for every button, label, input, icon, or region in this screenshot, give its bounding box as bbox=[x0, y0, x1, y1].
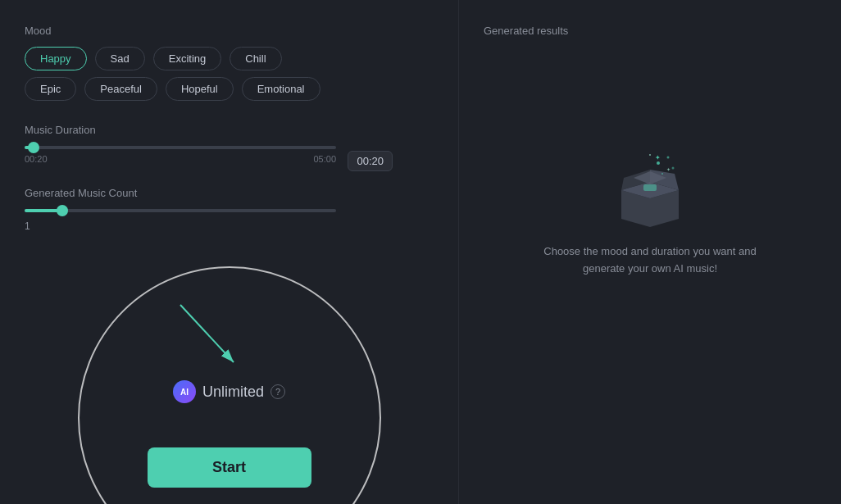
arrow-icon bbox=[164, 288, 262, 387]
empty-box-svg: ✦ ✦ bbox=[609, 153, 691, 227]
svg-text:✦: ✦ bbox=[655, 154, 661, 161]
svg-point-12 bbox=[661, 173, 663, 175]
mood-peaceful[interactable]: Peaceful bbox=[84, 77, 157, 101]
generated-results-title: Generated results bbox=[484, 25, 816, 37]
ai-badge: AI bbox=[173, 380, 196, 403]
svg-point-8 bbox=[657, 161, 660, 165]
box-icon: ✦ ✦ bbox=[609, 153, 691, 227]
duration-slider-track[interactable] bbox=[25, 146, 336, 149]
duration-slider-container: 00:20 bbox=[25, 146, 434, 149]
mood-epic[interactable]: Epic bbox=[25, 77, 76, 101]
unlimited-row: AI Unlimited ? bbox=[173, 380, 285, 403]
count-slider-thumb[interactable] bbox=[57, 205, 68, 216]
mood-hopeful[interactable]: Hopeful bbox=[166, 77, 234, 101]
svg-line-1 bbox=[180, 305, 234, 362]
mood-row-2: Epic Peaceful Hopeful Emotional bbox=[25, 77, 434, 101]
duration-slider-thumb[interactable] bbox=[28, 142, 39, 153]
mood-emotional[interactable]: Emotional bbox=[242, 77, 320, 101]
arrow-container bbox=[164, 288, 262, 389]
mood-row-1: Happy Sad Exciting Chill bbox=[25, 47, 434, 70]
mood-grid: Happy Sad Exciting Chill Epic Peaceful H… bbox=[25, 47, 434, 101]
question-icon[interactable]: ? bbox=[270, 384, 285, 399]
mood-label: Mood bbox=[25, 25, 434, 37]
empty-state-text: Choose the mood and duration you want an… bbox=[535, 243, 765, 278]
duration-slider-labels: 00:20 05:00 bbox=[25, 154, 336, 164]
count-value: 1 bbox=[25, 220, 30, 232]
empty-state: ✦ ✦ Choose the mood and duration you wan… bbox=[484, 53, 816, 378]
count-label: Generated Music Count bbox=[25, 187, 434, 199]
svg-point-10 bbox=[649, 154, 651, 156]
count-section: Generated Music Count 1 bbox=[25, 187, 434, 232]
duration-min: 00:20 bbox=[25, 154, 48, 164]
svg-text:✦: ✦ bbox=[666, 167, 671, 172]
mood-chill[interactable]: Chill bbox=[230, 47, 281, 70]
svg-point-11 bbox=[672, 166, 675, 169]
duration-section: Music Duration 00:20 00:20 05:00 bbox=[25, 124, 434, 164]
left-panel: Mood Happy Sad Exciting Chill Epic Peace… bbox=[0, 0, 459, 504]
mood-sad[interactable]: Sad bbox=[95, 47, 145, 70]
duration-value-box: 00:20 bbox=[348, 151, 393, 171]
unlimited-text: Unlimited bbox=[202, 384, 264, 401]
mood-happy[interactable]: Happy bbox=[25, 47, 87, 70]
count-slider-track[interactable] bbox=[25, 209, 336, 212]
start-button[interactable]: Start bbox=[148, 447, 311, 488]
mood-exciting[interactable]: Exciting bbox=[153, 47, 222, 70]
mood-section: Mood Happy Sad Exciting Chill Epic Peace… bbox=[25, 25, 434, 101]
right-panel: Generated results bbox=[459, 0, 841, 504]
duration-label: Music Duration bbox=[25, 124, 434, 136]
bottom-area: AI Unlimited ? Start bbox=[0, 291, 458, 504]
svg-point-9 bbox=[667, 156, 670, 158]
svg-rect-7 bbox=[643, 184, 657, 191]
duration-max: 05:00 bbox=[313, 154, 336, 164]
